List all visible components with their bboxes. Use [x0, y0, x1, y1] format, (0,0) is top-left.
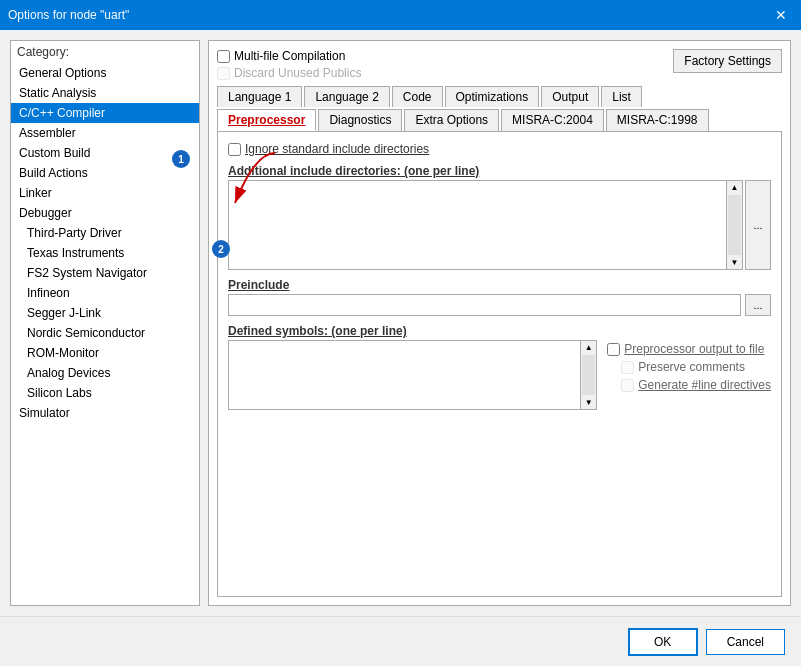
dialog-body: Category: General OptionsStatic Analysis…: [0, 30, 801, 616]
preproc-output-label: Preprocessor output to file: [624, 342, 764, 356]
sidebar-item-custom-build[interactable]: Custom Build: [11, 143, 199, 163]
additional-include-label: Additional include directories: (one per…: [228, 164, 771, 178]
scroll-thumb: [728, 195, 741, 255]
additional-include-section: Additional include directories: (one per…: [228, 164, 771, 270]
preinclude-input[interactable]: [228, 294, 741, 316]
checkboxes-group: Multi-file Compilation Discard Unused Pu…: [217, 49, 361, 80]
ignore-include-checkbox[interactable]: [228, 143, 241, 156]
content-area: Ignore standard include directories Addi…: [217, 131, 782, 597]
top-bar: Multi-file Compilation Discard Unused Pu…: [217, 49, 782, 80]
discard-unused-label: Discard Unused Publics: [234, 66, 361, 80]
sidebar-item-linker[interactable]: Linker: [11, 183, 199, 203]
preproc-output-checkbox[interactable]: [607, 343, 620, 356]
generate-directives-checkbox: [621, 379, 634, 392]
ok-button[interactable]: OK: [628, 628, 698, 656]
tab2-extra-options[interactable]: Extra Options: [404, 109, 499, 131]
defined-symbols-textarea[interactable]: [228, 340, 581, 410]
preinclude-section: Preinclude ...: [228, 278, 771, 316]
tab-list[interactable]: List: [601, 86, 642, 107]
preinclude-input-group: ...: [228, 294, 771, 316]
sidebar-item-assembler[interactable]: Assembler: [11, 123, 199, 143]
multi-file-label: Multi-file Compilation: [234, 49, 345, 63]
additional-include-browse-btn[interactable]: ...: [745, 180, 771, 270]
defined-symbols-label: Defined symbols: (one per line): [228, 324, 597, 338]
generate-directives-row: Generate #line directives: [607, 378, 771, 392]
sidebar-items: General OptionsStatic AnalysisC/C++ Comp…: [11, 63, 199, 423]
sidebar-item-cc-compiler[interactable]: C/C++ Compiler: [11, 103, 199, 123]
preproc-output-section: Preprocessor output to file Preserve com…: [607, 324, 771, 410]
tab-output[interactable]: Output: [541, 86, 599, 107]
sidebar-item-debugger[interactable]: Debugger: [11, 203, 199, 223]
sidebar-item-fs2-system-navigator[interactable]: FS2 System Navigator: [11, 263, 199, 283]
preserve-comments-checkbox: [621, 361, 634, 374]
factory-settings-button[interactable]: Factory Settings: [673, 49, 782, 73]
close-button[interactable]: ✕: [769, 5, 793, 25]
scroll-up[interactable]: ▲: [727, 181, 742, 194]
sidebar-item-segger-jlink[interactable]: Segger J-Link: [11, 303, 199, 323]
tab-language2[interactable]: Language 2: [304, 86, 389, 107]
sidebar-item-nordic-semiconductor[interactable]: Nordic Semiconductor: [11, 323, 199, 343]
additional-include-textarea[interactable]: [228, 180, 727, 270]
bottom-section: Defined symbols: (one per line) ▲ ▼: [228, 324, 771, 410]
tabs-row-2: PreprocessorDiagnosticsExtra OptionsMISR…: [217, 109, 782, 131]
sidebar-item-infineon[interactable]: Infineon: [11, 283, 199, 303]
right-panel: Multi-file Compilation Discard Unused Pu…: [208, 40, 791, 606]
defined-symbols-input-group: ▲ ▼: [228, 340, 597, 410]
tabs-row-1: Language 1Language 2CodeOptimizationsOut…: [217, 86, 782, 107]
discard-unused-checkbox: [217, 67, 230, 80]
tab-optimizations[interactable]: Optimizations: [445, 86, 540, 107]
ds-scroll-up[interactable]: ▲: [581, 341, 596, 354]
additional-include-input-group: ▲ ▼ ...: [228, 180, 771, 270]
category-label: Category:: [11, 41, 199, 63]
ignore-include-label: Ignore standard include directories: [245, 142, 429, 156]
title-bar-title: Options for node "uart": [8, 8, 129, 22]
sidebar-item-silicon-labs[interactable]: Silicon Labs: [11, 383, 199, 403]
generate-directives-label: Generate #line directives: [638, 378, 771, 392]
dialog-container: Options for node "uart" ✕ Category: Gene…: [0, 0, 801, 666]
preserve-comments-label: Preserve comments: [638, 360, 745, 374]
sidebar-item-texas-instruments[interactable]: Texas Instruments: [11, 243, 199, 263]
defined-symbols-section: Defined symbols: (one per line) ▲ ▼: [228, 324, 597, 410]
title-bar: Options for node "uart" ✕: [0, 0, 801, 30]
preproc-output-row: Preprocessor output to file: [607, 342, 771, 356]
ds-scroll-thumb: [582, 355, 595, 395]
tab2-misra-1998[interactable]: MISRA-C:1998: [606, 109, 709, 131]
scroll-down[interactable]: ▼: [727, 256, 742, 269]
ignore-row: Ignore standard include directories: [228, 142, 771, 156]
sidebar-item-simulator[interactable]: Simulator: [11, 403, 199, 423]
multi-file-checkbox[interactable]: [217, 50, 230, 63]
discard-unused-row: Discard Unused Publics: [217, 66, 361, 80]
bottom-bar: OK Cancel: [0, 616, 801, 666]
sidebar-item-third-party-driver[interactable]: Third-Party Driver: [11, 223, 199, 243]
sidebar-item-rom-monitor[interactable]: ROM-Monitor: [11, 343, 199, 363]
preserve-comments-row: Preserve comments: [607, 360, 771, 374]
multi-file-row: Multi-file Compilation: [217, 49, 361, 63]
preinclude-label: Preinclude: [228, 278, 771, 292]
sidebar-item-build-actions[interactable]: Build Actions: [11, 163, 199, 183]
scroll-buttons: ▲ ▼: [727, 180, 743, 270]
sidebar-item-static-analysis[interactable]: Static Analysis: [11, 83, 199, 103]
tab2-misra-2004[interactable]: MISRA-C:2004: [501, 109, 604, 131]
sidebar-item-analog-devices[interactable]: Analog Devices: [11, 363, 199, 383]
sidebar-item-general-options[interactable]: General Options: [11, 63, 199, 83]
tab2-preprocessor[interactable]: Preprocessor: [217, 109, 316, 131]
tab-language1[interactable]: Language 1: [217, 86, 302, 107]
tab-code[interactable]: Code: [392, 86, 443, 107]
cancel-button[interactable]: Cancel: [706, 629, 785, 655]
ds-scroll-down[interactable]: ▼: [581, 396, 596, 409]
sidebar: Category: General OptionsStatic Analysis…: [10, 40, 200, 606]
tab2-diagnostics[interactable]: Diagnostics: [318, 109, 402, 131]
preinclude-browse-btn[interactable]: ...: [745, 294, 771, 316]
defined-symbols-scroll: ▲ ▼: [581, 340, 597, 410]
